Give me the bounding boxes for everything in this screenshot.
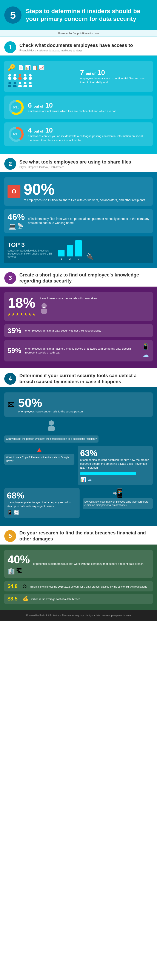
sync-icon: 🔄 [14,510,19,515]
step1-subtitle: Financial docs, customer database, marke… [19,49,133,52]
star-6: ★ [28,312,32,317]
step5-header: 5 Do your research to find the data brea… [0,526,157,544]
star-1: ★ [8,312,11,317]
svg-point-18 [29,82,32,84]
person-icon-5 [28,73,32,80]
money1-text: million is the highest the 2015 2016 amo… [30,585,147,588]
footer: Powered by Endpoint Protector – The smar… [0,610,157,621]
building-icon: 🏢 [8,568,15,575]
bar-chart: 1 2 3 🔌 [58,243,149,260]
star-2: ★ [12,312,15,317]
svg-rect-3 [13,77,17,80]
question1-text: Can you spot the person who sent the fin… [4,436,98,442]
step4-number-circle: 4 [4,373,16,385]
step1-stat2-text: employees are not aware which files are … [28,109,149,113]
step4-content: ✉ 50% of employees have sent e-mails to … [0,388,157,526]
bar-item-2: 2 [67,245,73,260]
person-question-icon [46,420,57,433]
step2-content: O 90% of employees use Outlook to share … [0,173,157,268]
step4-main-stat: ✉ 50% of employees have sent e-mails to … [4,393,153,417]
step4-text3: of employees prefer to sync their compan… [7,500,77,508]
person-icon-3 [18,73,22,80]
svg-rect-19 [29,85,32,88]
header-title: Steps to determine if insiders should be… [26,7,153,23]
usb-icon: 🔌 [86,253,94,260]
step3-header-bar: 3 Create a short quiz to find out employ… [0,268,157,286]
svg-rect-13 [13,85,17,88]
phone2-icon: 📲 [83,488,153,498]
step2-top3: TOP 3 causes for worldwide data breaches… [4,237,153,263]
file-icon-3: 📋 [32,65,38,70]
svg-point-10 [8,82,11,84]
laptop-icon: 💻 [9,223,16,230]
cloud-icon: ☁ [143,351,149,358]
svg-rect-7 [24,77,27,80]
key-icon: 🔑 [8,64,16,72]
svg-rect-15 [18,85,22,88]
svg-rect-17 [24,85,27,88]
star-3: ★ [16,312,19,317]
step3-stat1: 18% ★ ★ ★ ★ ★ ★ ★ of employees share pas… [4,292,153,321]
step5-percent1: 40% [8,553,30,566]
step5-title: Do your research to find the data breach… [19,530,153,542]
bar-item-1: 1 [58,250,65,260]
step2-header: 2 See what tools employees are using to … [0,154,157,172]
svg-point-0 [8,74,11,76]
money2-text: million is the average cost of a data br… [31,598,80,601]
top3-title: TOP 3 [8,242,55,248]
file-icon-4: 📈 [39,65,44,70]
step1-number-circle: 1 [4,41,16,53]
powered-by: Powered by EndpointProtector.com [0,30,157,37]
step3-content: 18% ★ ★ ★ ★ ★ ★ ★ of employees share pas… [0,288,157,368]
question1-icon [4,420,98,434]
mobile-icon: 📱 [142,343,149,350]
step3-stat3: 59% of employees think that having a mob… [4,340,153,361]
step2-title: See what tools employees are using to sh… [19,159,131,165]
cloud2-icon: ☁ [87,477,92,482]
star-4: ★ [20,312,23,317]
step1-header: 1 Check what documents employees have ac… [0,37,157,56]
step3-stat2: 35% of employees think that data securit… [4,324,153,337]
step3-number-circle: 3 [4,272,16,284]
step4-main-text: of employees have sent e-mails to the wr… [18,410,83,414]
svg-rect-11 [8,85,11,88]
step5-content: 40% 🏢 🏗 of potential customers would not… [0,546,157,610]
header-section: 5 Steps to determine if insiders should … [0,0,157,30]
star-5: ★ [24,312,27,317]
step4-wrapper: 4 Determine if your current security too… [0,368,157,526]
footer-text: Powered by Endpoint Protector – The smar… [4,614,153,617]
step5-wrapper: 5 Do your research to find the data brea… [0,526,157,610]
step3-title: Create a short quiz to find out employee… [19,272,153,284]
step3-percent3: 59% [8,347,22,355]
step4-percent2: 63% [80,449,150,458]
bar-item-3: 3 [75,240,82,260]
person-happy-icon [39,302,49,315]
svg-point-6 [24,74,27,76]
balance-icon: ⚖ [22,583,27,589]
stars: ★ ★ ★ ★ ★ ★ ★ [8,312,35,317]
step3-text3: of employees think that having a mobile … [25,347,140,355]
step5-money1: $4.8 ⚖ million is the highest the 2015 2… [4,581,153,592]
person-icon-2 [13,73,17,80]
phone-icon: 📱 [7,510,13,515]
svg-rect-5 [18,77,22,80]
step1-stat1-text: employees have access to confidential fi… [80,76,150,84]
step2-text1: of employees use Outlook to share files … [24,198,145,202]
step2-percent1: 90% [24,180,145,198]
step2-wrapper: 2 See what tools employees are using to … [0,154,157,268]
step2-stat1: O 90% of employees use Outlook to share … [4,177,153,206]
step1-stat1: 🔑 📄 📊 📋 📈 [4,60,153,92]
step4-q2-block: 🔺 What if users Copy & Paste confidentia… [4,446,153,485]
step3-text1: of employees share passwords with co-wor… [39,296,97,300]
step3-percent2: 35% [8,327,22,335]
person-icon-9 [23,81,27,88]
svg-rect-25 [41,309,47,314]
svg-point-16 [24,82,27,84]
outlook-logo: O [8,185,21,198]
building2-icon: 🏗 [16,568,22,575]
file-icon-1: 📄 [18,65,24,70]
step4-q1: Can you spot the person who sent the fin… [4,420,153,442]
star-7: ★ [32,312,35,317]
step3-text2: of employees think that data security is… [25,329,101,332]
person-icon-8 [18,81,22,88]
